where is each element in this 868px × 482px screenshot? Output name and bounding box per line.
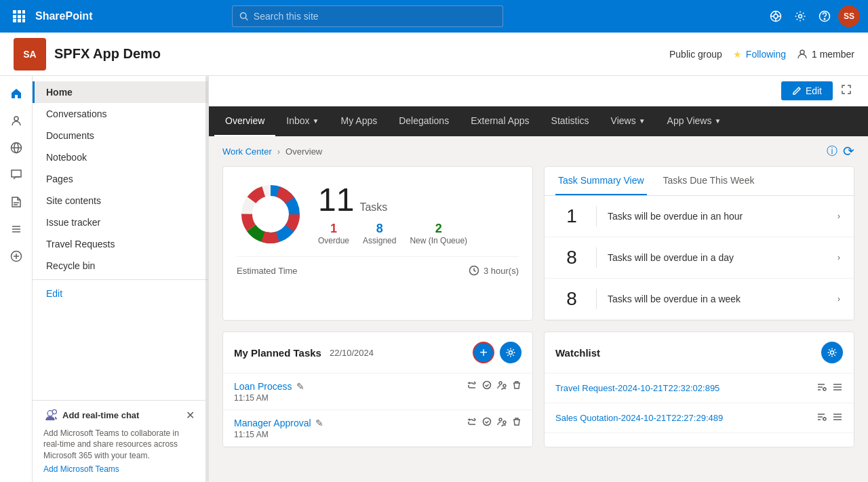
tab-tasks-due-this-week[interactable]: Tasks Due This Week — [660, 167, 757, 195]
task-row-overdue-week[interactable]: 8 Tasks will be overdue in a week › — [545, 279, 854, 320]
tab-views[interactable]: Views ▼ — [600, 106, 656, 136]
manager-approval-check-icon[interactable] — [482, 417, 492, 428]
help-network-icon[interactable] — [765, 5, 787, 27]
sidebar-item-issue-tracker[interactable]: Issue tracker — [33, 212, 208, 233]
sidebar-item-documents[interactable]: Documents — [33, 125, 208, 146]
star-icon: ★ — [733, 49, 742, 60]
new-label: New (In Queue) — [410, 236, 467, 245]
loan-process-delegate-icon[interactable] — [497, 380, 507, 392]
task-row-count-3: 8 — [558, 288, 585, 310]
tab-delegations[interactable]: Delegations — [388, 106, 460, 136]
following-button[interactable]: ★ Following — [733, 49, 786, 60]
expand-button[interactable] — [838, 81, 854, 100]
svg-point-19 — [824, 18, 825, 19]
svg-rect-1 — [18, 10, 21, 14]
tab-myapps[interactable]: My Apps — [330, 106, 389, 136]
donut-chart — [237, 180, 304, 248]
travel-request-settings-icon[interactable] — [816, 382, 827, 395]
loan-process-edit-icon[interactable]: ✎ — [296, 381, 304, 392]
sidebar-scrollbar[interactable] — [205, 76, 208, 482]
doc-nav-icon[interactable] — [4, 190, 28, 214]
loan-process-link[interactable]: Loan Process — [234, 381, 292, 392]
sidebar-item-conversations[interactable]: Conversations — [33, 103, 208, 125]
planned-tasks-settings-button[interactable] — [500, 342, 521, 363]
svg-point-50 — [823, 418, 826, 420]
info-icon[interactable]: ⓘ — [827, 144, 837, 159]
manager-approval-edit-icon[interactable]: ✎ — [315, 418, 323, 428]
watchlist-gear-icon — [827, 347, 837, 358]
task-row-divider-3 — [596, 289, 597, 309]
waffle-menu-button[interactable] — [8, 5, 30, 27]
chevron-right-icon-1: › — [837, 212, 840, 221]
clock-icon — [469, 265, 479, 276]
loan-process-check-icon[interactable] — [482, 380, 492, 392]
sidebar-nav: Home Conversations Documents Notebook Pa… — [33, 76, 208, 310]
task-summary-card: 11 Tasks 1 Overdue 8 Assigned — [222, 166, 533, 321]
task-list-item-manager-header: Manager Approval ✎ — [234, 417, 521, 428]
loan-process-delete-icon[interactable] — [512, 380, 521, 392]
user-avatar[interactable]: SS — [838, 5, 860, 27]
add-chat-title: Add real-time chat — [43, 409, 139, 422]
watchlist-settings-button[interactable] — [821, 342, 843, 363]
svg-line-10 — [245, 18, 248, 20]
task-view-card: Task Summary View Tasks Due This Week 1 … — [544, 166, 854, 321]
people-nav-icon[interactable] — [4, 108, 28, 133]
tab-inbox[interactable]: Inbox ▼ — [275, 106, 330, 136]
edit-button[interactable]: Edit — [781, 81, 833, 100]
manager-approval-link[interactable]: Manager Approval — [234, 418, 311, 428]
loan-process-share-icon[interactable] — [467, 380, 477, 392]
breadcrumb-separator: › — [277, 146, 280, 157]
task-row-overdue-day[interactable]: 8 Tasks will be overdue in a day › — [545, 237, 854, 279]
travel-request-menu-icon[interactable] — [832, 382, 843, 395]
manager-approval-time: 11:15 AM — [234, 430, 521, 439]
sidebar-item-home[interactable]: Home — [33, 81, 208, 103]
edit-button-label: Edit — [806, 85, 822, 96]
add-microsoft-teams-link[interactable]: Add Microsoft Teams — [43, 464, 195, 474]
question-icon[interactable] — [814, 5, 835, 27]
refresh-icon[interactable]: ⟳ — [843, 143, 854, 159]
overdue-stat: 1 Overdue — [318, 222, 349, 245]
globe-nav-icon[interactable] — [4, 136, 28, 160]
svg-rect-8 — [22, 19, 25, 22]
manager-approval-share-icon[interactable] — [467, 417, 477, 428]
main-layout: Home Conversations Documents Notebook Pa… — [0, 76, 868, 482]
manager-approval-delegate-icon[interactable] — [497, 417, 507, 428]
svg-point-40 — [499, 382, 502, 384]
manager-approval-delete-icon[interactable] — [512, 417, 521, 428]
sidebar-item-site-contents[interactable]: Site contents — [33, 190, 208, 212]
sidebar-item-notebook[interactable]: Notebook — [33, 146, 208, 168]
watchlist-title: Watchlist — [555, 347, 600, 359]
add-nav-icon[interactable] — [4, 244, 28, 268]
tab-statistics[interactable]: Statistics — [540, 106, 600, 136]
planned-tasks-header: My Planned Tasks 22/10/2024 + — [223, 332, 532, 374]
sales-quotation-link[interactable]: Sales Quotation-2024-10-21T22:27:29:489 — [555, 413, 723, 423]
search-box[interactable] — [232, 5, 503, 27]
sidebar-item-pages[interactable]: Pages — [33, 168, 208, 190]
watchlist-header: Watchlist — [545, 332, 854, 374]
sales-quotation-settings-icon[interactable] — [816, 411, 827, 424]
travel-request-link[interactable]: Travel Request-2024-10-21T22:32:02:895 — [555, 383, 719, 393]
breadcrumb-info: ⓘ ⟳ — [827, 143, 854, 159]
search-input[interactable] — [254, 11, 496, 22]
task-row-text-1: Tasks will be overdue in an hour — [608, 211, 827, 222]
task-row-overdue-hour[interactable]: 1 Tasks will be overdue in an hour › — [545, 196, 854, 237]
chat-nav-icon[interactable] — [4, 163, 28, 187]
tab-task-summary-view[interactable]: Task Summary View — [555, 167, 647, 195]
breadcrumb: Work Center › Overview ⓘ ⟳ — [209, 136, 868, 166]
task-view-tabs: Task Summary View Tasks Due This Week — [545, 167, 854, 196]
tab-appviews[interactable]: App Views ▼ — [656, 106, 732, 136]
list-nav-icon[interactable] — [4, 217, 28, 241]
home-nav-icon[interactable] — [4, 81, 28, 106]
sales-quotation-menu-icon[interactable] — [832, 411, 843, 424]
sidebar-item-travel-requests[interactable]: Travel Requests — [33, 233, 208, 255]
settings-icon[interactable] — [789, 5, 811, 27]
task-estimated-row: Estimated Time 3 hour(s) — [237, 256, 519, 276]
tab-overview[interactable]: Overview — [214, 106, 275, 136]
task-breakdown: 1 Overdue 8 Assigned 2 New (In Queue) — [318, 222, 467, 245]
sidebar-item-recycle-bin[interactable]: Recycle bin — [33, 255, 208, 277]
breadcrumb-workcenter[interactable]: Work Center — [222, 146, 272, 157]
tab-externalapps[interactable]: External Apps — [460, 106, 540, 136]
sidebar-item-edit[interactable]: Edit — [33, 283, 208, 304]
add-task-button[interactable]: + — [473, 342, 494, 363]
close-chat-panel-button[interactable]: ✕ — [186, 409, 195, 422]
